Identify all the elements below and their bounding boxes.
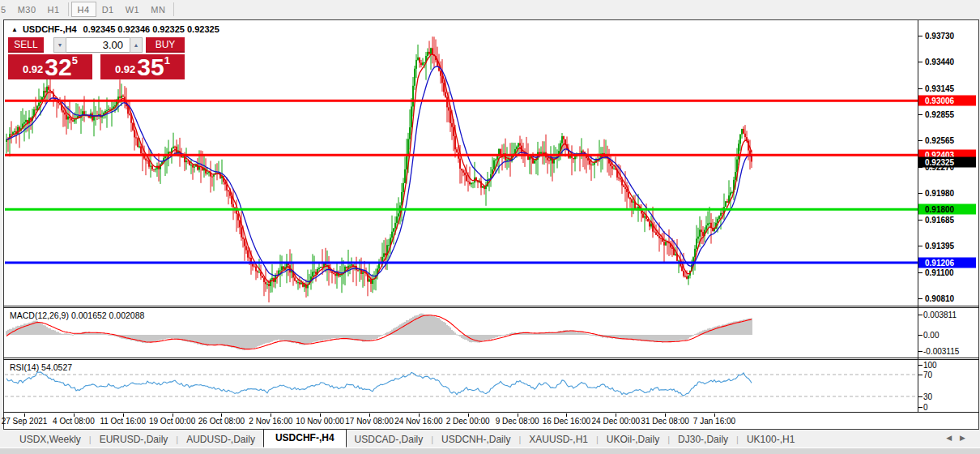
rsi-axis-tick [918, 396, 922, 397]
sell-price-prefix: 0.92 [23, 63, 43, 75]
collapse-icon[interactable]: ▲ [11, 26, 18, 33]
sell-button[interactable]: SELL [8, 37, 44, 53]
spinner-down-icon: ▼ [58, 42, 63, 48]
macd-axis-tick [918, 351, 922, 352]
price-tick [918, 114, 922, 115]
time-label: 11 Oct 16:00 [100, 417, 146, 426]
time-axis: 27 Sep 20214 Oct 08:0011 Oct 16:0019 Oct… [4, 413, 976, 429]
macd-axis-tick [918, 335, 922, 336]
price-tick [918, 193, 922, 194]
rsi-axis-tick [918, 375, 922, 375]
macd-panel-separator-2 [3, 307, 979, 308]
price-tick-label: 0.91100 [925, 268, 954, 276]
macd-axis-label: -0.003115 [923, 347, 959, 356]
time-label: 9 Dec 08:00 [496, 417, 539, 426]
price-tick-label: 0.90810 [925, 294, 954, 303]
buy-price-prefix: 0.92 [115, 63, 135, 75]
buy-price-main: 35 [137, 57, 164, 78]
sell-price-main: 32 [45, 57, 71, 78]
rsi-axis-label: 100 [923, 361, 937, 370]
rsi-axis-tick [918, 407, 922, 408]
price-tick-label: 0.93440 [925, 58, 954, 66]
time-label: 2 Dec 00:00 [446, 417, 490, 426]
price-tick [918, 246, 922, 246]
time-label: 19 Oct 00:00 [149, 417, 195, 426]
rsi-axis-label: 70 [923, 370, 932, 379]
time-label: 31 Dec 08:00 [641, 417, 689, 426]
time-label: 16 Dec 16:00 [543, 417, 591, 426]
price-tick-label: 0.92565 [925, 136, 954, 145]
buy-price-display[interactable]: 0.92 35 1 [100, 54, 185, 79]
macd-values: 0.001652 0.002088 [71, 311, 145, 320]
rsi-axis-tick [918, 365, 922, 366]
price-tick-label: 0.91685 [925, 215, 954, 224]
price-axis-separator [918, 20, 918, 413]
rsi-label: RSI(14) 54.0527 [10, 362, 72, 372]
time-label: 2 Nov 16:00 [249, 417, 292, 426]
macd-panel-separator[interactable] [3, 306, 979, 306]
price-level-badge: 0.91800 [918, 204, 976, 215]
spinner-up-icon: ▲ [134, 42, 139, 48]
rsi-name: RSI(14) [10, 362, 39, 372]
rsi-panel-separator-2 [3, 359, 979, 360]
macd-axis-label: 0.003811 [923, 311, 957, 319]
time-label: 7 Jan 16:00 [693, 417, 735, 426]
price-tick [918, 88, 922, 89]
buy-price-pip: 1 [164, 54, 170, 66]
rsi-axis-label: 30 [923, 392, 932, 401]
macd-label: MACD(12,26,9) 0.001652 0.002088 [10, 311, 144, 320]
time-label: 17 Nov 08:00 [345, 417, 394, 426]
time-label: 24 Nov 16:00 [394, 417, 443, 426]
buy-button[interactable]: BUY [146, 37, 185, 53]
macd-axis-label: 0.00 [923, 331, 939, 340]
macd-name: MACD(12,26,9) [10, 311, 69, 320]
mt4-window: { "toolbar": { "timeframes": ["5","M30",… [0, 0, 980, 454]
rsi-value: 54.0527 [41, 362, 72, 372]
price-tick-label: 0.91395 [925, 242, 954, 251]
macd-axis-tick [918, 315, 922, 315]
current-price-badge: 0.92325 [918, 156, 976, 167]
chart-title: ▲USDCHF-,H40.92345 0.92346 0.92325 0.923… [11, 24, 219, 34]
sell-price-display[interactable]: 0.92 32 5 [8, 54, 92, 79]
time-label: 4 Oct 08:00 [53, 417, 95, 426]
chart-ohlc-values: 0.92345 0.92346 0.92325 0.92325 [83, 24, 219, 34]
volume-decrease-button[interactable]: ▼ [53, 37, 66, 53]
time-label: 24 Dec 00:00 [592, 417, 641, 426]
price-tick [918, 36, 922, 36]
price-tick-label: 0.92855 [925, 110, 954, 119]
price-tick-label: 0.93145 [925, 84, 954, 92]
price-level-badge: 0.91206 [918, 258, 976, 268]
volume-input[interactable] [66, 37, 130, 53]
price-tick [918, 140, 922, 141]
time-label: 10 Nov 00:00 [296, 417, 344, 426]
price-tick [918, 62, 922, 62]
rsi-panel-separator[interactable] [3, 358, 979, 358]
price-tick-label: 0.93730 [925, 32, 954, 41]
chart-symbol-period: USDCHF-,H4 [23, 24, 77, 34]
price-tick-label: 0.91980 [925, 189, 954, 198]
time-label: 27 Sep 2021 [2, 417, 48, 426]
time-label: 26 Oct 08:00 [198, 417, 245, 426]
volume-increase-button[interactable]: ▲ [130, 37, 143, 53]
sell-price-pip: 5 [72, 54, 78, 66]
price-level-badge: 0.93006 [918, 96, 976, 106]
time-axis-separator [3, 412, 979, 413]
rsi-axis-label: 0 [923, 403, 928, 412]
price-tick [918, 220, 922, 221]
price-tick [918, 298, 922, 299]
price-tick [918, 272, 922, 273]
